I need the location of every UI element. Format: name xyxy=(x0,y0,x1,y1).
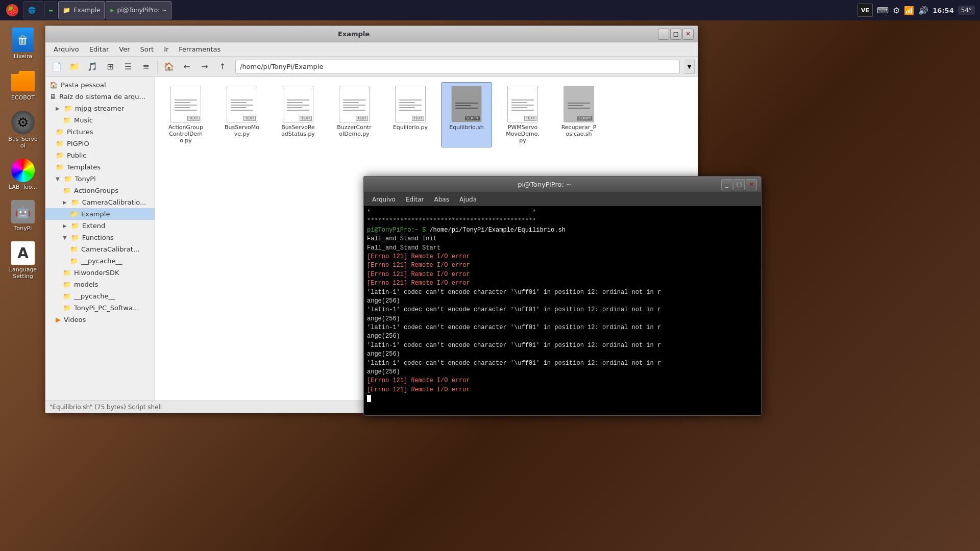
file-icon-busservoreads: TEXT xyxy=(283,86,313,122)
folder-icon-example: 📁 xyxy=(70,210,78,218)
sidebar-item-templates[interactable]: 📁 Templates xyxy=(45,161,155,173)
terminal-window: pi@TonyPiPro: ~ _ □ ✕ Arquivo Editar Aba… xyxy=(363,176,762,416)
terminal-menu-abas[interactable]: Abas xyxy=(430,195,453,204)
terminal-line-2: Fall_and_Stand Start xyxy=(367,244,758,253)
ve-icon[interactable]: VE xyxy=(857,4,873,17)
toolbar-grid-btn[interactable]: ⊞ xyxy=(102,59,118,75)
ecobot-folder-icon xyxy=(11,71,35,91)
toolbar-list-btn[interactable]: ☰ xyxy=(120,59,136,75)
file-item-actiongroup[interactable]: TEXT ActionGroupControlDemo.py xyxy=(160,82,211,147)
desktop-icon-bus-servo[interactable]: ⚙ Bus_Servo ol xyxy=(5,108,41,151)
sidebar-item-tonypi-pc[interactable]: 📁 TonyPi_PC_Softwa... xyxy=(45,302,155,314)
sidebar-item-pigpio[interactable]: 📁 PIGPIO xyxy=(45,138,155,149)
wifi-icon[interactable]: 📶 xyxy=(904,6,914,15)
sidebar-item-cameracalibrat[interactable]: 📁 CameraCalibrat... xyxy=(45,243,155,255)
toolbar-home-btn[interactable]: 🏠 xyxy=(161,59,177,75)
sidebar-item-tonypi[interactable]: ▼ 📁 TonyPi xyxy=(45,173,155,185)
menu-sort[interactable]: Sort xyxy=(136,44,158,55)
file-item-pwmservo[interactable]: TEXT PWMServoMoveDemo.py xyxy=(497,82,548,147)
sidebar-item-videos[interactable]: ▶ Videos xyxy=(45,314,155,325)
toolbar-back-btn[interactable]: ← xyxy=(179,59,195,75)
file-item-recuperar[interactable]: SCRIPT Recuperar_Posicao.sh xyxy=(553,82,604,147)
taskbar-files-btn[interactable]: 📁 Example xyxy=(58,1,105,19)
terminal-body[interactable]: * * ************************************… xyxy=(364,206,761,415)
sidebar-item-example[interactable]: 📁 Example xyxy=(45,208,155,220)
sidebar-item-pasta-pessoal[interactable]: 🏠 Pasta pessoal xyxy=(45,79,155,91)
desktop-icon-language[interactable]: A Language Setting xyxy=(5,239,41,282)
toolbar-up-btn[interactable]: ↑ xyxy=(214,59,231,75)
taskbar-browser-btn[interactable]: 🌐 xyxy=(23,1,43,19)
address-dropdown-btn[interactable]: ▼ xyxy=(684,60,695,74)
address-bar[interactable]: /home/pi/TonyPi/Example xyxy=(235,60,680,74)
terminal-menu-ajuda[interactable]: Ajuda xyxy=(455,195,481,204)
file-item-buzzer[interactable]: TEXT BuzzerControlDemo.py xyxy=(329,82,380,147)
window-close-btn[interactable]: ✕ xyxy=(682,29,694,40)
videos-label: Videos xyxy=(64,316,86,323)
bus-servo-icon: ⚙ xyxy=(11,111,35,134)
keyboard-icon[interactable]: ⌨ xyxy=(877,6,889,15)
terminal-line-codec4b: ange(256) xyxy=(367,350,758,359)
sidebar-item-hiwonder[interactable]: 📁 HiwonderSDK xyxy=(45,267,155,279)
sidebar-item-public[interactable]: 📁 Public xyxy=(45,149,155,161)
volume-icon[interactable]: 🔊 xyxy=(918,6,928,15)
folder-icon-functions: 📁 xyxy=(71,234,79,241)
file-item-equilibrio-sh[interactable]: SCRIPT Equilibrio.sh xyxy=(441,82,492,147)
sidebar-item-mjpg[interactable]: ▶ 📁 mjpg-streamer xyxy=(45,103,155,114)
taskbar-terminal-btn[interactable]: ▬ xyxy=(44,1,57,19)
sidebar-item-raiz[interactable]: 🖥 Raíz do sistema de arqu... xyxy=(45,91,155,103)
sidebar-item-pycache2[interactable]: 📁 __pycache__ xyxy=(45,290,155,302)
bluetooth-icon[interactable]: ⚙ xyxy=(893,6,900,15)
desktop-icon-trash[interactable]: 🗑 Lixeira xyxy=(5,26,41,62)
menu-ver[interactable]: Ver xyxy=(115,44,134,55)
sidebar-item-pycache1[interactable]: 📁 __pycache__ xyxy=(45,255,155,267)
toolbar-media-btn[interactable]: 🎵 xyxy=(84,59,101,75)
file-name-equilibrio-sh: Equilibrio.sh xyxy=(449,124,483,131)
terminal-maximize-btn[interactable]: □ xyxy=(733,179,745,190)
taskbar: 🍓 🌐 ▬ 📁 Example ▶ pi@TonyPiPro: ~ VE ⌨ xyxy=(0,0,980,20)
sidebar-item-functions[interactable]: ▼ 📁 Functions xyxy=(45,232,155,243)
file-manager-toolbar: 📄 📁 🎵 ⊞ ☰ ≡ 🏠 ← → ↑ /home/pi/TonyPi/Exam… xyxy=(45,57,698,77)
terminal-line-cmd: pi@TonyPiPro:~ $ /home/pi/TonyPi/Example… xyxy=(367,226,758,235)
file-item-busservoreads[interactable]: TEXT BusServoReadStatus.py xyxy=(273,82,324,147)
sidebar-item-actiongroups[interactable]: 📁 ActionGroups xyxy=(45,185,155,196)
sidebar-item-pictures[interactable]: 📁 Pictures xyxy=(45,126,155,138)
toolbar-forward-btn[interactable]: → xyxy=(197,59,213,75)
sidebar-item-extend[interactable]: ▶ 📁 Extend xyxy=(45,220,155,232)
terminal-menu-arquivo[interactable]: Arquivo xyxy=(368,195,400,204)
music-label: Music xyxy=(74,116,93,124)
raspberry-menu-button[interactable]: 🍓 xyxy=(2,1,22,19)
desktop-icon-ecobot[interactable]: ECOBOT xyxy=(5,67,41,103)
sidebar-item-cameracalibration[interactable]: ▶ 📁 CameraCalibratio... xyxy=(45,196,155,208)
menu-ferramentas[interactable]: Ferramentas xyxy=(175,44,225,55)
file-icon-buzzer: TEXT xyxy=(339,86,370,122)
file-manager-menubar: Arquivo Editar Ver Sort Ir Ferramentas xyxy=(45,42,698,57)
menu-arquivo[interactable]: Arquivo xyxy=(50,44,83,55)
file-item-equilibrio-py[interactable]: TEXT Equilibrio.py xyxy=(385,82,436,147)
terminal-line-1: Fall_and_Stand Init xyxy=(367,235,758,243)
window-minimize-btn[interactable]: _ xyxy=(658,29,669,40)
pycache2-label: __pycache__ xyxy=(74,292,115,300)
window-maximize-btn[interactable]: □ xyxy=(670,29,681,40)
menu-editar[interactable]: Editar xyxy=(85,44,113,55)
sidebar-item-music[interactable]: 📁 Music xyxy=(45,114,155,126)
taskbar-terminal2-btn[interactable]: ▶ pi@TonyPiPro: ~ xyxy=(106,1,172,19)
file-name-equilibrio-py: Equilibrio.py xyxy=(393,124,428,131)
folder-icon-public: 📁 xyxy=(56,152,64,159)
file-item-busservomove[interactable]: TEXT BusServoMove.py xyxy=(216,82,267,147)
terminal-close-btn[interactable]: ✕ xyxy=(746,179,757,190)
toolbar-details-btn[interactable]: ≡ xyxy=(138,59,154,75)
sidebar-item-models[interactable]: 📁 models xyxy=(45,279,155,290)
desktop-icon-tonypi[interactable]: 🤖 TonyPi xyxy=(5,197,41,234)
toolbar-new-folder-btn[interactable]: 📁 xyxy=(66,59,83,75)
tonypi-icon: 🤖 xyxy=(11,200,35,223)
toolbar-new-file-btn[interactable]: 📄 xyxy=(48,59,65,75)
desktop-icon-lab-tool[interactable]: LAB_Too... xyxy=(5,156,41,192)
terminal-menu-editar[interactable]: Editar xyxy=(402,195,428,204)
ecobot-label: ECOBOT xyxy=(11,94,35,101)
menu-ir[interactable]: Ir xyxy=(160,44,173,55)
camera-calibration-label: CameraCalibratio... xyxy=(82,198,146,206)
file-name-busservoreads: BusServoReadStatus.py xyxy=(281,124,315,137)
window-controls: _ □ ✕ xyxy=(658,29,694,40)
language-label: Language Setting xyxy=(7,266,39,280)
terminal-minimize-btn[interactable]: _ xyxy=(721,179,732,190)
